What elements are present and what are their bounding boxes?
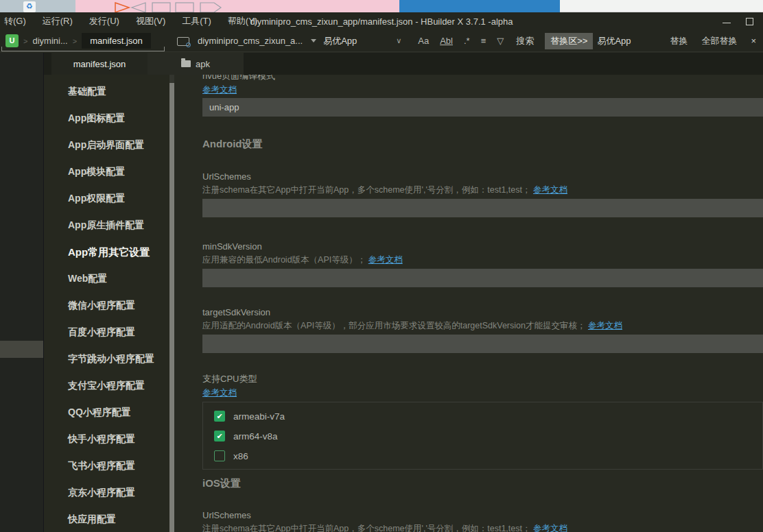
tab-label: manifest.json: [73, 59, 126, 69]
checkbox-unchecked-icon[interactable]: [214, 450, 225, 461]
cpu-type-group: ✔ armeabi-v7a ✔ arm64-v8a x86: [202, 402, 763, 470]
multiline-toggle[interactable]: ≡: [476, 36, 492, 46]
hbuilderx-logo-icon: U: [5, 34, 19, 47]
desktop-area: ♻: [0, 0, 75, 12]
menu-goto[interactable]: 转(G): [0, 12, 34, 30]
nvue-compile-mode-label: nvue页面编译模式: [202, 75, 763, 82]
caret-down-icon[interactable]: [311, 39, 316, 43]
search-button[interactable]: 搜索: [509, 35, 541, 47]
sidebar-item-alipay-mp[interactable]: 支付宝小程序配置: [44, 372, 169, 399]
search-replace-bar: diyminipro_cms_zixun_a... 易优App ∨ Aa Abl…: [170, 30, 763, 52]
breadcrumb-project[interactable]: diymini...: [32, 36, 67, 46]
doc-link[interactable]: 参考文档: [202, 388, 237, 398]
ios-urlschemes-label: UrlSchemes: [202, 510, 763, 520]
sidebar-item-kuaishou-mp[interactable]: 快手小程序配置: [44, 426, 169, 452]
recycle-bin-icon: ♻: [23, 1, 36, 12]
toolbar: U > diymini... > manifest.json diyminipr…: [0, 30, 763, 52]
cpu-option-row[interactable]: ✔ arm64-v8a: [214, 429, 762, 443]
nvue-compile-mode-input[interactable]: [202, 98, 763, 117]
menu-publish[interactable]: 发行(U): [81, 12, 128, 30]
min-sdk-input[interactable]: [202, 269, 763, 287]
sidebar-item-web[interactable]: Web配置: [44, 265, 169, 292]
sidebar-item-qq-mp[interactable]: QQ小程序配置: [44, 399, 169, 426]
search-input[interactable]: 易优App: [323, 35, 389, 47]
sidebar-item-app-other-settings[interactable]: App常用其它设置: [44, 239, 169, 265]
android-urlschemes-input[interactable]: [202, 199, 763, 217]
sidebar-item-feishu-mp[interactable]: 飞书小程序配置: [44, 452, 169, 479]
sidebar-item-basic[interactable]: 基础配置: [44, 78, 169, 105]
cpu-option-label: armeabi-v7a: [233, 411, 285, 422]
min-sdk-desc: 应用兼容的最低Android版本（API等级）； 参考文档: [202, 254, 763, 266]
sidebar-item-baidu-mp[interactable]: 百度小程序配置: [44, 319, 169, 346]
sidebar-item-app-modules[interactable]: App模块配置: [44, 158, 169, 185]
checkbox-checked-icon[interactable]: ✔: [214, 431, 225, 442]
checkbox-checked-icon[interactable]: ✔: [214, 411, 225, 422]
cpu-option-row[interactable]: ✔ armeabi-v7a: [214, 409, 762, 423]
min-sdk-label: minSdkVersion: [202, 241, 763, 252]
close-search-icon[interactable]: ×: [744, 36, 763, 46]
tab-manifest-json[interactable]: manifest.json: [51, 53, 148, 75]
menu-help[interactable]: 帮助(Y): [220, 12, 266, 30]
replace-button[interactable]: 替换: [663, 35, 694, 47]
hbuilderx-window: ♻ 转(G) 运行(R) 发行(U) 视图(V) 工具(T) 帮助(Y) diy…: [0, 0, 763, 532]
whole-word-toggle[interactable]: Abl: [434, 36, 458, 46]
cpu-option-label: arm64-v8a: [233, 431, 278, 442]
filter-toggle[interactable]: ▽: [491, 36, 509, 46]
replace-input[interactable]: 易优App: [597, 35, 663, 47]
android-section-title: Android设置: [202, 138, 763, 151]
config-content: nvue页面编译模式 参考文档 Android设置 UrlSchemes 注册s…: [174, 75, 763, 532]
cpu-type-label: 支持CPU类型: [202, 373, 763, 385]
sidebar-scrollbar[interactable]: [169, 75, 174, 532]
search-scope-selector[interactable]: diyminipro_cms_zixun_a...: [198, 36, 303, 46]
ios-section-title: iOS设置: [202, 477, 763, 490]
sidebar-item-jd-mp[interactable]: 京东小程序配置: [44, 479, 169, 506]
clipped-field: nvue页面编译模式: [202, 75, 763, 82]
sidebar-item-app-icon[interactable]: App图标配置: [44, 105, 169, 132]
chevron-right-icon: >: [73, 37, 77, 45]
target-sdk-input[interactable]: [202, 335, 763, 353]
menu-run[interactable]: 运行(R): [34, 12, 81, 30]
sidebar-item-app-splash[interactable]: App启动界面配置: [44, 132, 169, 158]
titlebar: 转(G) 运行(R) 发行(U) 视图(V) 工具(T) 帮助(Y) diymi…: [0, 12, 763, 30]
scrollbar-thumb[interactable]: [169, 83, 174, 532]
sidebar-item-app-native-plugins[interactable]: App原生插件配置: [44, 212, 169, 239]
match-case-toggle[interactable]: Aa: [412, 36, 434, 46]
background-window-pink: [75, 0, 399, 12]
sidebar-item-app-permissions[interactable]: App权限配置: [44, 185, 169, 212]
replace-zone-button[interactable]: 替换区>>: [545, 33, 593, 49]
android-urlschemes-label: UrlSchemes: [202, 171, 763, 182]
breadcrumb-underline: [1, 47, 165, 51]
window-controls: [723, 18, 763, 25]
window-body: manifest.json apk 基础配置 App图标配置 App启动界面配置…: [0, 53, 763, 532]
menu-bar: 转(G) 运行(R) 发行(U) 视图(V) 工具(T) 帮助(Y): [0, 12, 266, 30]
android-urlschemes-desc: 注册schema在其它App中打开当前App，多个scheme使用','号分割，…: [202, 184, 763, 196]
breadcrumb: U > diymini... > manifest.json: [0, 30, 170, 52]
manifest-visual-editor: 基础配置 App图标配置 App启动界面配置 App模块配置 App权限配置 A…: [44, 75, 763, 532]
regex-toggle[interactable]: .*: [458, 36, 476, 46]
background-window-blue: [399, 0, 560, 12]
tab-label: apk: [196, 59, 210, 69]
doc-link[interactable]: 参考文档: [533, 524, 567, 532]
doc-link[interactable]: 参考文档: [202, 85, 237, 95]
maximize-button[interactable]: [746, 18, 753, 25]
search-in-folder-icon[interactable]: [177, 36, 191, 47]
sidebar-item-weixin-mp[interactable]: 微信小程序配置: [44, 292, 169, 319]
menu-tools[interactable]: 工具(T): [174, 12, 220, 30]
minimize-button[interactable]: [723, 23, 731, 23]
menu-view[interactable]: 视图(V): [128, 12, 174, 30]
left-edge-highlight: [0, 341, 43, 358]
doc-link[interactable]: 参考文档: [533, 185, 567, 195]
cpu-option-row[interactable]: x86: [214, 449, 762, 463]
doc-link[interactable]: 参考文档: [588, 321, 622, 330]
desktop-strip: ♻: [0, 0, 763, 12]
tab-apk[interactable]: apk: [148, 53, 244, 75]
doc-link[interactable]: 参考文档: [368, 255, 403, 265]
target-sdk-label: targetSdkVersion: [202, 307, 763, 317]
folder-icon: [181, 60, 191, 67]
sidebar-item-quickapp[interactable]: 快应用配置: [44, 506, 169, 532]
sidebar-item-bytedance-mp[interactable]: 字节跳动小程序配置: [44, 346, 169, 372]
cpu-option-label: x86: [233, 451, 248, 461]
chevron-down-icon[interactable]: ∨: [396, 36, 401, 45]
chevron-right-icon: >: [23, 37, 27, 45]
replace-all-button[interactable]: 全部替换: [694, 35, 744, 47]
